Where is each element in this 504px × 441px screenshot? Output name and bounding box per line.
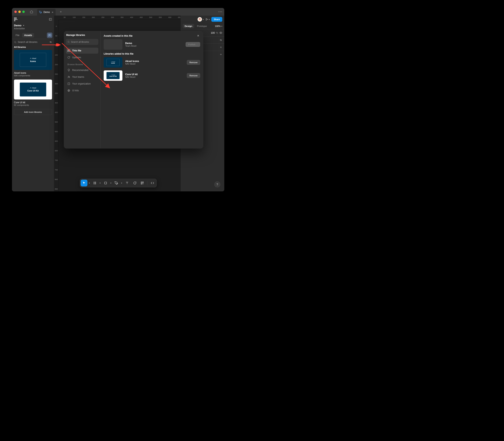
library-row: ↗ Aksel Icons Aksel Icons NAV Aksel Remo…	[104, 57, 200, 68]
visibility-icon[interactable]	[219, 31, 222, 34]
modal-close-button[interactable]	[196, 33, 201, 38]
home-tab[interactable]	[28, 8, 35, 15]
close-window-button[interactable]	[14, 11, 17, 13]
ruler-vertical: 0501001502002503003504004505005506006507…	[54, 20, 59, 191]
building-icon	[67, 82, 70, 85]
svg-point-9	[14, 41, 16, 43]
maximize-window-button[interactable]	[22, 11, 25, 13]
svg-point-20	[68, 41, 69, 43]
frame-tool-caret[interactable]: ▾	[99, 182, 101, 184]
remove-library-button[interactable]: Remove	[187, 60, 200, 65]
library-title: Core UI kit	[125, 73, 184, 76]
shape-tool[interactable]	[102, 180, 109, 186]
library-thumbnail: ↗ Aksel Icons	[14, 50, 52, 70]
file-asset-title: Demo	[125, 42, 183, 45]
share-button[interactable]: Share	[211, 17, 222, 22]
comment-tool[interactable]	[131, 180, 138, 186]
file-asset-row: Demo Team Aksel Publish…	[104, 39, 200, 50]
svg-rect-25	[105, 182, 107, 184]
add-more-libraries-button[interactable]: Add more libraries	[14, 109, 52, 115]
nav-your-org[interactable]: Your organization	[66, 81, 98, 87]
libraries-button[interactable]	[47, 32, 52, 38]
assets-search-input[interactable]: Search all libraries	[14, 41, 48, 44]
file-tab[interactable]: Demo	[37, 9, 56, 16]
svg-rect-28	[141, 183, 142, 184]
library-subtitle: NAV Aksel	[125, 63, 184, 65]
avatar[interactable]: ▾	[198, 17, 204, 21]
devmode-toggle[interactable]	[149, 180, 156, 186]
shape-tool-caret[interactable]: ▾	[110, 182, 112, 184]
add-plugin-icon[interactable]	[220, 53, 222, 56]
move-tool[interactable]	[80, 180, 87, 186]
nav-your-teams[interactable]: Your teams	[66, 74, 98, 80]
file-location[interactable]: Arbeidsfiler	[12, 27, 54, 32]
modal-main: Assets created in this file Demo Team Ak…	[100, 31, 203, 149]
figma-logo-menu[interactable]: ▾	[14, 17, 18, 21]
book-icon	[67, 49, 70, 52]
library-title: Core UI kit	[14, 101, 52, 104]
local-styles-settings-icon[interactable]	[220, 39, 222, 42]
publish-button[interactable]: Publish…	[186, 42, 200, 47]
nav-updates[interactable]: Updates	[66, 54, 98, 60]
pen-tool-caret[interactable]: ▾	[120, 182, 123, 184]
move-tool-caret[interactable]: ▾	[88, 182, 91, 184]
library-card[interactable]: ↗ Aksel Core UI Kit Core UI kit 82 compo…	[12, 79, 54, 109]
svg-rect-5	[14, 19, 15, 20]
titlebar-more-button[interactable]	[216, 11, 224, 12]
library-subtitle: NAV Aksel	[125, 76, 184, 78]
all-libraries-heading: All libraries	[12, 45, 54, 50]
nav-browse-label: Browse libraries	[66, 61, 98, 66]
lightbulb-icon	[67, 69, 70, 72]
manage-libraries-modal: Manage libraries Search all libraries Th…	[64, 31, 203, 149]
app-window: Demo	[12, 8, 224, 191]
frame-tool[interactable]	[91, 180, 98, 186]
library-title: Aksel Icons	[125, 60, 184, 63]
remove-library-button[interactable]: Remove	[187, 73, 200, 78]
nav-recommended[interactable]: Recommended	[66, 67, 98, 73]
svg-point-22	[69, 76, 70, 77]
refresh-icon	[67, 56, 70, 59]
svg-rect-4	[15, 17, 17, 19]
svg-point-18	[220, 39, 221, 40]
library-subtitle: 506 components	[14, 74, 52, 77]
svg-point-21	[68, 76, 69, 77]
libraries-added-heading: Libraries added to this file	[104, 52, 200, 55]
library-thumbnail: ↗ Aksel Core UI Kit	[14, 79, 52, 100]
file-asset-thumbnail	[104, 39, 122, 50]
text-tool[interactable]	[124, 180, 130, 186]
tab-prototype[interactable]: Prototype	[195, 24, 209, 28]
bottom-toolbar: ▾ ▾ ▾ ▾	[79, 179, 157, 188]
home-icon	[30, 10, 33, 13]
present-button[interactable]: ▾	[205, 18, 210, 21]
svg-point-2	[221, 11, 222, 12]
file-name[interactable]: Demo ▾	[12, 23, 54, 27]
svg-rect-26	[141, 182, 142, 183]
help-button[interactable]: ?	[214, 181, 220, 188]
library-row: ↗ Aksel Core UI Kit Core UI kit NAV Akse…	[104, 70, 200, 81]
filter-icon[interactable]	[49, 41, 52, 44]
new-tab-button[interactable]	[58, 10, 64, 13]
minimize-window-button[interactable]	[18, 11, 21, 13]
modal-search-input[interactable]: Search all libraries	[66, 39, 98, 45]
nav-ui-kits[interactable]: UI kits	[66, 88, 98, 94]
modal-title: Manage libraries	[66, 33, 98, 38]
svg-point-0	[219, 11, 219, 12]
people-icon	[67, 76, 70, 78]
library-thumbnail: ↗ Aksel Icons	[104, 57, 122, 68]
svg-point-13	[51, 42, 51, 43]
nav-this-file[interactable]: This file	[66, 48, 98, 54]
pen-tool[interactable]	[113, 180, 120, 186]
add-export-icon[interactable]	[220, 46, 222, 49]
actions-tool[interactable]	[139, 180, 145, 186]
close-tab-icon[interactable]	[51, 11, 54, 13]
zoom-dropdown[interactable]: 100%▾	[215, 25, 222, 27]
library-card[interactable]: ↗ Aksel Icons Aksel Icons 506 components	[12, 50, 54, 79]
svg-rect-23	[68, 83, 70, 85]
tab-design[interactable]: Design	[183, 24, 194, 28]
panels-icon[interactable]	[49, 18, 52, 21]
svg-marker-14	[206, 18, 208, 20]
page-opacity-value[interactable]: 100	[211, 32, 215, 34]
tab-assets[interactable]: Assets	[22, 33, 34, 37]
tab-file[interactable]: File	[14, 33, 21, 37]
svg-point-12	[50, 42, 50, 42]
